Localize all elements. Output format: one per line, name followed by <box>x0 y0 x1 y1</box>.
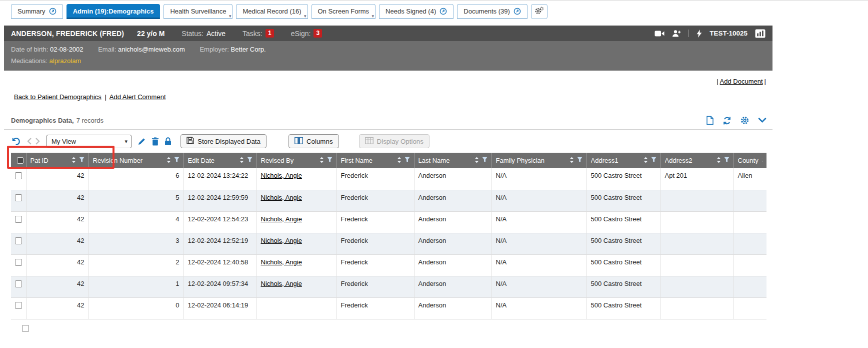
column-header-first_name[interactable]: First Name <box>336 153 414 168</box>
row-select-checkbox[interactable] <box>15 280 22 287</box>
add-alert-comment-link[interactable]: Add Alert Comment <box>110 93 166 101</box>
bar-chart-icon[interactable] <box>755 29 766 38</box>
display-options-button[interactable]: Display Options <box>359 134 430 148</box>
filter-icon[interactable] <box>724 157 730 164</box>
column-header-revised_by[interactable]: Revised By <box>256 153 336 168</box>
cell-address1: 500 Castro Street <box>586 233 660 254</box>
column-header-family_physician[interactable]: Family Physician <box>492 153 586 168</box>
sort-icon[interactable] <box>716 157 721 165</box>
row-select-checkbox[interactable] <box>15 172 22 179</box>
next-view-button[interactable] <box>35 138 40 145</box>
new-document-icon[interactable] <box>706 116 714 125</box>
row-select-checkbox[interactable] <box>15 302 22 309</box>
filter-icon[interactable] <box>174 157 180 164</box>
add-document-link[interactable]: Add Document <box>720 78 763 85</box>
filter-icon[interactable] <box>247 157 252 164</box>
column-label: Address2 <box>665 157 692 164</box>
row-select-checkbox[interactable] <box>22 325 29 332</box>
cell-first_name: Frederick <box>336 211 414 233</box>
edit-pencil-icon[interactable] <box>138 137 146 146</box>
tab-documents[interactable]: Documents (39) <box>457 4 527 19</box>
cell-select <box>11 211 26 233</box>
revised-by-link[interactable]: Nichols, Angie <box>261 215 302 223</box>
esign-count-badge[interactable]: 3 <box>314 29 322 38</box>
revised-by-link[interactable]: Nichols, Angie <box>261 258 302 266</box>
view-select[interactable]: My View ▾ <box>46 135 132 148</box>
select-all-checkbox[interactable] <box>17 157 24 164</box>
column-header-county[interactable]: County <box>734 153 766 168</box>
sort-icon[interactable] <box>72 157 76 165</box>
sort-icon[interactable] <box>644 157 648 165</box>
medications-label: Medications: <box>11 57 48 65</box>
tab-admin-demographics[interactable]: Admin (19):Demographics <box>66 4 160 19</box>
cell-select <box>11 276 26 297</box>
column-label: Revised By <box>261 157 294 164</box>
cell-revised_by: Nichols, Angie <box>256 233 336 254</box>
row-select-checkbox[interactable] <box>15 216 22 223</box>
prev-view-button[interactable] <box>27 138 32 145</box>
store-displayed-data-button[interactable]: Store Displayed Data <box>180 134 266 148</box>
column-header-select <box>11 153 26 168</box>
back-to-demographics-link[interactable]: Back to Patient Demographics <box>14 93 102 101</box>
filter-icon[interactable] <box>327 157 332 164</box>
grid-header-row: Pat IDRevision NumberEdit DateRevised By… <box>11 153 766 168</box>
employer-value: Better Corp. <box>231 46 266 53</box>
medications-value[interactable]: alprazolam <box>50 57 82 65</box>
delete-trash-icon[interactable] <box>152 137 159 146</box>
filter-icon[interactable] <box>482 157 488 164</box>
column-header-address2[interactable]: Address2 <box>660 153 734 168</box>
tab-needs-signed[interactable]: Needs Signed (4) <box>379 4 454 19</box>
cell-address2 <box>660 211 734 233</box>
column-label: County <box>738 157 758 164</box>
lightning-icon[interactable] <box>696 30 702 38</box>
column-header-address1[interactable]: Address1 <box>586 153 660 168</box>
tab-health-surveillance[interactable]: Health Surveillance▾ <box>164 4 232 19</box>
patient-dob: Date of birth: 02-08-2002 <box>11 46 85 53</box>
popout-icon <box>440 8 447 15</box>
column-header-revision[interactable]: Revision Number <box>88 153 184 168</box>
sort-icon[interactable] <box>166 157 171 165</box>
revised-by-link[interactable]: Nichols, Angie <box>261 237 302 244</box>
page-links-row: Back to Patient Demographics | Add Alert… <box>4 87 772 106</box>
collapse-chevron-icon[interactable] <box>758 118 766 123</box>
video-camera-icon[interactable] <box>654 30 664 37</box>
column-header-pat_id[interactable]: Pat ID <box>26 153 88 168</box>
sort-icon[interactable] <box>474 157 479 165</box>
revised-by-link[interactable]: Nichols, Angie <box>261 280 302 287</box>
row-select-checkbox[interactable] <box>15 237 22 244</box>
refresh-icon[interactable] <box>722 116 732 125</box>
sort-icon[interactable] <box>570 157 574 165</box>
reset-view-icon[interactable] <box>11 137 20 146</box>
tab-medical-record[interactable]: Medical Record (16)▾ <box>236 4 308 19</box>
tab-on-screen-forms[interactable]: On Screen Forms▾ <box>312 4 376 19</box>
person-add-icon[interactable] <box>672 30 681 37</box>
sort-icon[interactable] <box>762 157 762 165</box>
tab-settings-button[interactable] <box>531 4 548 19</box>
sort-icon[interactable] <box>240 157 244 165</box>
filter-icon[interactable] <box>404 157 410 164</box>
gear-icon[interactable] <box>740 116 750 125</box>
filter-icon[interactable] <box>577 157 582 164</box>
tab-summary[interactable]: Summary <box>11 4 63 19</box>
cell-county <box>734 276 766 297</box>
separator: | <box>716 78 718 85</box>
cell-last_name: Anderson <box>414 190 492 211</box>
cell-address1: 500 Castro Street <box>586 297 660 319</box>
column-header-last_name[interactable]: Last Name <box>414 153 492 168</box>
row-select-checkbox[interactable] <box>15 259 22 266</box>
revised-by-link[interactable]: Nichols, Angie <box>261 194 302 201</box>
row-select-checkbox[interactable] <box>15 194 22 201</box>
cell-revision: 1 <box>88 276 184 297</box>
sort-icon[interactable] <box>397 157 402 165</box>
filter-icon[interactable] <box>651 157 656 164</box>
separator: | <box>764 78 766 85</box>
cell-address1: 500 Castro Street <box>586 211 660 233</box>
revised-by-link[interactable]: Nichols, Angie <box>261 172 302 179</box>
sort-icon[interactable] <box>320 157 324 165</box>
tab-label: Documents (39) <box>464 8 510 15</box>
tasks-count-badge[interactable]: 1 <box>266 29 274 38</box>
lock-icon[interactable] <box>164 137 172 146</box>
columns-button[interactable]: Columns <box>288 134 339 148</box>
column-header-edit_date[interactable]: Edit Date <box>184 153 256 168</box>
filter-icon[interactable] <box>79 157 84 164</box>
